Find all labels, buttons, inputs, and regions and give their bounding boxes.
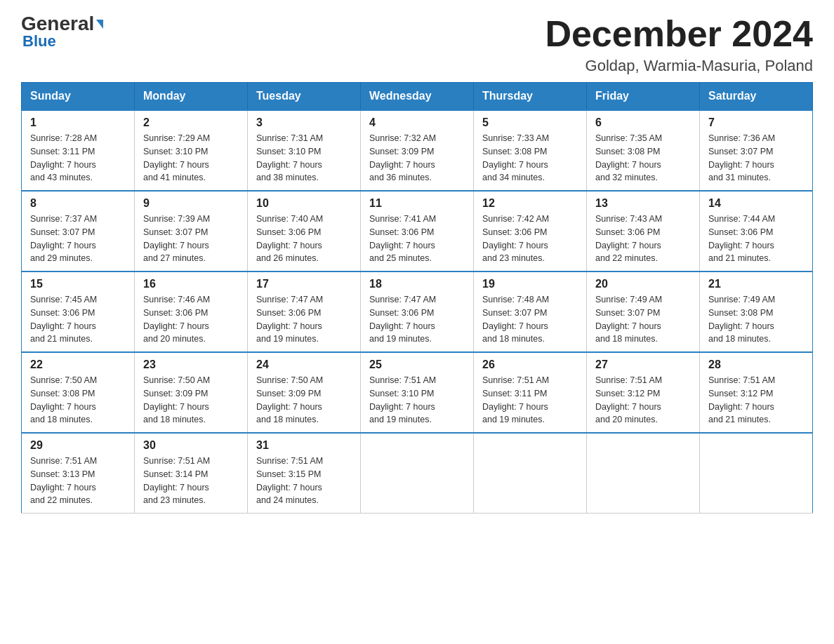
day-info: Sunrise: 7:41 AMSunset: 3:06 PMDaylight:… [369,213,465,265]
day-number: 11 [369,197,465,210]
day-number: 2 [143,116,239,129]
day-number: 27 [595,358,691,371]
calendar-cell [474,433,587,514]
calendar-cell: 23 Sunrise: 7:50 AMSunset: 3:09 PMDaylig… [135,352,248,433]
day-info: Sunrise: 7:29 AMSunset: 3:10 PMDaylight:… [143,132,239,185]
calendar-week-row: 15 Sunrise: 7:45 AMSunset: 3:06 PMDaylig… [22,271,813,352]
day-number: 16 [143,278,239,290]
day-number: 17 [256,278,352,290]
col-tuesday: Tuesday [248,83,361,111]
day-number: 6 [595,116,691,129]
day-number: 18 [369,278,465,290]
day-number: 26 [482,358,578,371]
calendar-cell: 22 Sunrise: 7:50 AMSunset: 3:08 PMDaylig… [22,352,135,433]
day-info: Sunrise: 7:44 AMSunset: 3:06 PMDaylight:… [708,213,804,265]
calendar-cell: 11 Sunrise: 7:41 AMSunset: 3:06 PMDaylig… [361,191,474,271]
day-info: Sunrise: 7:32 AMSunset: 3:09 PMDaylight:… [369,132,465,185]
day-info: Sunrise: 7:51 AMSunset: 3:10 PMDaylight:… [369,374,465,427]
day-info: Sunrise: 7:51 AMSunset: 3:12 PMDaylight:… [708,374,804,427]
day-number: 9 [143,197,239,210]
day-number: 21 [708,278,804,290]
calendar-cell: 27 Sunrise: 7:51 AMSunset: 3:12 PMDaylig… [587,352,700,433]
day-info: Sunrise: 7:33 AMSunset: 3:08 PMDaylight:… [482,132,578,185]
day-number: 13 [595,197,691,210]
calendar-cell: 19 Sunrise: 7:48 AMSunset: 3:07 PMDaylig… [474,271,587,352]
calendar-cell: 12 Sunrise: 7:42 AMSunset: 3:06 PMDaylig… [474,191,587,271]
day-number: 28 [708,358,804,371]
calendar-cell: 7 Sunrise: 7:36 AMSunset: 3:07 PMDayligh… [700,110,813,191]
day-info: Sunrise: 7:43 AMSunset: 3:06 PMDaylight:… [595,213,691,265]
day-number: 24 [256,358,352,371]
day-info: Sunrise: 7:40 AMSunset: 3:06 PMDaylight:… [256,213,352,265]
day-info: Sunrise: 7:50 AMSunset: 3:09 PMDaylight:… [143,374,239,427]
calendar-cell: 10 Sunrise: 7:40 AMSunset: 3:06 PMDaylig… [248,191,361,271]
calendar-week-row: 29 Sunrise: 7:51 AMSunset: 3:13 PMDaylig… [22,433,813,514]
day-number: 1 [30,116,126,129]
calendar-cell: 4 Sunrise: 7:32 AMSunset: 3:09 PMDayligh… [361,110,474,191]
calendar-cell: 24 Sunrise: 7:50 AMSunset: 3:09 PMDaylig… [248,352,361,433]
day-number: 14 [708,197,804,210]
calendar-cell: 31 Sunrise: 7:51 AMSunset: 3:15 PMDaylig… [248,433,361,514]
calendar-cell [700,433,813,514]
col-friday: Friday [587,83,700,111]
logo-blue-text: Blue [22,32,56,51]
logo-general-text: General [21,14,103,34]
day-info: Sunrise: 7:51 AMSunset: 3:15 PMDaylight:… [256,455,352,507]
calendar-cell: 6 Sunrise: 7:35 AMSunset: 3:08 PMDayligh… [587,110,700,191]
title-block: December 2024 Goldap, Warmia-Masuria, Po… [545,14,813,75]
day-number: 20 [595,278,691,290]
calendar-cell: 20 Sunrise: 7:49 AMSunset: 3:07 PMDaylig… [587,271,700,352]
calendar-cell: 25 Sunrise: 7:51 AMSunset: 3:10 PMDaylig… [361,352,474,433]
col-monday: Monday [135,83,248,111]
day-number: 30 [143,439,239,452]
calendar-cell [587,433,700,514]
day-number: 29 [30,439,126,452]
calendar-header: Sunday Monday Tuesday Wednesday Thursday… [22,83,813,111]
calendar-cell: 30 Sunrise: 7:51 AMSunset: 3:14 PMDaylig… [135,433,248,514]
location-text: Goldap, Warmia-Masuria, Poland [545,57,813,75]
calendar-table: Sunday Monday Tuesday Wednesday Thursday… [21,82,813,514]
calendar-cell: 3 Sunrise: 7:31 AMSunset: 3:10 PMDayligh… [248,110,361,191]
day-number: 19 [482,278,578,290]
day-number: 7 [708,116,804,129]
day-number: 5 [482,116,578,129]
day-info: Sunrise: 7:31 AMSunset: 3:10 PMDaylight:… [256,132,352,185]
calendar-cell: 15 Sunrise: 7:45 AMSunset: 3:06 PMDaylig… [22,271,135,352]
day-info: Sunrise: 7:51 AMSunset: 3:11 PMDaylight:… [482,374,578,427]
calendar-cell: 9 Sunrise: 7:39 AMSunset: 3:07 PMDayligh… [135,191,248,271]
calendar-cell: 5 Sunrise: 7:33 AMSunset: 3:08 PMDayligh… [474,110,587,191]
day-info: Sunrise: 7:46 AMSunset: 3:06 PMDaylight:… [143,293,239,346]
calendar-week-row: 8 Sunrise: 7:37 AMSunset: 3:07 PMDayligh… [22,191,813,271]
col-saturday: Saturday [700,83,813,111]
logo-triangle-icon [96,20,103,29]
day-info: Sunrise: 7:49 AMSunset: 3:08 PMDaylight:… [708,293,804,346]
day-info: Sunrise: 7:50 AMSunset: 3:09 PMDaylight:… [256,374,352,427]
day-info: Sunrise: 7:51 AMSunset: 3:13 PMDaylight:… [30,455,126,507]
day-info: Sunrise: 7:50 AMSunset: 3:08 PMDaylight:… [30,374,126,427]
day-info: Sunrise: 7:47 AMSunset: 3:06 PMDaylight:… [369,293,465,346]
calendar-cell: 26 Sunrise: 7:51 AMSunset: 3:11 PMDaylig… [474,352,587,433]
calendar-cell: 2 Sunrise: 7:29 AMSunset: 3:10 PMDayligh… [135,110,248,191]
header-row: Sunday Monday Tuesday Wednesday Thursday… [22,83,813,111]
calendar-cell: 21 Sunrise: 7:49 AMSunset: 3:08 PMDaylig… [700,271,813,352]
col-wednesday: Wednesday [361,83,474,111]
day-number: 15 [30,278,126,290]
calendar-cell: 8 Sunrise: 7:37 AMSunset: 3:07 PMDayligh… [22,191,135,271]
day-info: Sunrise: 7:36 AMSunset: 3:07 PMDaylight:… [708,132,804,185]
day-info: Sunrise: 7:28 AMSunset: 3:11 PMDaylight:… [30,132,126,185]
day-info: Sunrise: 7:51 AMSunset: 3:12 PMDaylight:… [595,374,691,427]
day-number: 10 [256,197,352,210]
day-info: Sunrise: 7:45 AMSunset: 3:06 PMDaylight:… [30,293,126,346]
day-info: Sunrise: 7:42 AMSunset: 3:06 PMDaylight:… [482,213,578,265]
col-thursday: Thursday [474,83,587,111]
day-info: Sunrise: 7:49 AMSunset: 3:07 PMDaylight:… [595,293,691,346]
calendar-body: 1 Sunrise: 7:28 AMSunset: 3:11 PMDayligh… [22,110,813,514]
day-info: Sunrise: 7:37 AMSunset: 3:07 PMDaylight:… [30,213,126,265]
calendar-cell: 28 Sunrise: 7:51 AMSunset: 3:12 PMDaylig… [700,352,813,433]
calendar-week-row: 1 Sunrise: 7:28 AMSunset: 3:11 PMDayligh… [22,110,813,191]
calendar-cell: 29 Sunrise: 7:51 AMSunset: 3:13 PMDaylig… [22,433,135,514]
day-number: 12 [482,197,578,210]
col-sunday: Sunday [22,83,135,111]
day-number: 8 [30,197,126,210]
calendar-cell: 16 Sunrise: 7:46 AMSunset: 3:06 PMDaylig… [135,271,248,352]
